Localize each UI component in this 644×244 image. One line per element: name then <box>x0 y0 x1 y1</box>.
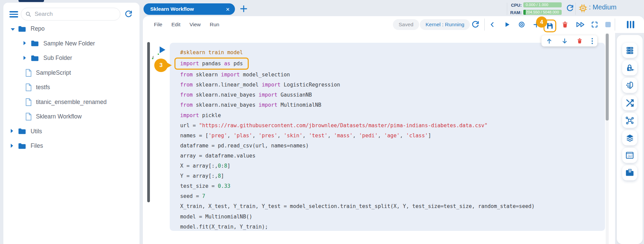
collapse-left-icon[interactable] <box>489 21 496 28</box>
file-icon <box>25 98 32 106</box>
server-button[interactable] <box>622 43 637 58</box>
folder-icon <box>31 55 39 62</box>
tree-item-label: titanic_ensemble_renamed <box>36 99 107 106</box>
tree-item-label: Files <box>31 142 43 149</box>
delete-cell-icon[interactable] <box>561 21 569 28</box>
code-line: array = dataframe.values <box>180 151 535 161</box>
stop-kernel-icon[interactable] <box>605 22 611 27</box>
code-line: names = ['preg', 'plas', 'pres', 'skin',… <box>180 131 535 141</box>
caret-right-icon[interactable] <box>11 128 15 134</box>
tree-item-label: Sub Folder <box>43 55 72 62</box>
folder-icon <box>18 128 27 135</box>
annotation-step-4-badge: 4 <box>536 16 547 28</box>
code-line: from sklearn import model_selection <box>180 70 535 80</box>
run-all-cells-icon[interactable] <box>575 21 587 28</box>
code-line: from sklearn.naive_bayes import Gaussian… <box>180 90 535 100</box>
files-button[interactable] <box>622 165 637 180</box>
save-status-badge: Saved <box>393 19 419 30</box>
menu-file[interactable]: File <box>154 22 162 28</box>
layout-columns-icon[interactable] <box>627 21 634 28</box>
tree-item-files[interactable]: Files <box>3 139 139 153</box>
code-line: from sklearn.naive_bayes import Multinom… <box>180 100 535 110</box>
shuffle-button[interactable] <box>622 95 637 110</box>
cpu-usage-value: 0.000 / 1.000 <box>523 3 548 7</box>
caret-right-icon[interactable] <box>24 55 28 61</box>
refresh-tree-icon[interactable] <box>124 10 132 18</box>
tree-item-titanic-ensemble-renamed[interactable]: titanic_ensemble_renamed <box>3 95 139 110</box>
file-browser-panel: RepoSample New FolderSub FolderSampleScr… <box>3 3 139 244</box>
shuffle-icon <box>626 99 634 107</box>
caret-right-icon[interactable] <box>11 143 15 149</box>
file-icon <box>25 83 32 92</box>
code-line: test_size = 0.33 <box>180 181 535 191</box>
tree-item-label: Repo <box>31 25 45 32</box>
cpu-label: CPU: <box>509 3 522 8</box>
close-tab-icon[interactable]: × <box>226 6 235 12</box>
layers-button[interactable] <box>622 130 637 145</box>
cpu-chip-icon <box>579 4 587 12</box>
tree-item-sklearn-workflow[interactable]: Sklearn Workflow <box>3 109 139 124</box>
refresh-usage-icon[interactable] <box>566 4 574 12</box>
file-icon <box>25 69 32 77</box>
search-icon <box>25 11 31 17</box>
annotation-step-3-badge: 3 <box>154 59 168 72</box>
code-line: url = "https://raw.githubusercontent.com… <box>180 120 535 131</box>
caret-down-icon[interactable] <box>11 26 15 32</box>
tree-item-repo[interactable]: Repo <box>3 22 139 36</box>
notebook-content: ‹ 3 #sklearn train modelimport pandas as… <box>143 33 615 244</box>
code-line: model = MultinomialNB() <box>180 212 535 222</box>
code-line: dataframe = pd.read_csv(url, names=names… <box>180 141 535 151</box>
function-button[interactable]: (x) <box>622 148 637 163</box>
tab-sklearn-workflow[interactable]: Sklearn Workflow × <box>144 3 235 15</box>
save-icon <box>546 22 554 30</box>
hamburger-menu-icon[interactable] <box>9 11 18 19</box>
folder-icon <box>18 26 27 32</box>
decorative-dot <box>152 58 153 59</box>
record-target-icon[interactable] <box>518 21 525 28</box>
notebook-toolbar: FileEditViewRun Saved Kernel : Running 4 <box>143 16 644 33</box>
code-line: #sklearn train model <box>180 47 535 58</box>
tree-item-label: SampleScript <box>36 69 71 76</box>
restart-kernel-icon[interactable] <box>471 21 479 29</box>
tree-item-sub-folder[interactable]: Sub Folder <box>3 51 139 66</box>
tree-item-sample-new-folder[interactable]: Sample New Folder <box>3 36 139 51</box>
code-line: import pickle <box>180 110 535 120</box>
menu-view[interactable]: View <box>190 22 201 28</box>
delete-cell-icon[interactable] <box>576 38 583 44</box>
search-input[interactable] <box>34 10 116 18</box>
menu-edit[interactable]: Edit <box>171 22 180 28</box>
cpu-usage-bar: 0.000 / 1.000 <box>523 2 562 7</box>
move-cell-down-icon[interactable] <box>561 38 568 44</box>
cell-side-scrollbar[interactable] <box>147 42 150 202</box>
divider <box>484 19 485 31</box>
search-box[interactable] <box>21 8 120 21</box>
divider <box>575 3 576 15</box>
network-nodes-icon <box>625 116 634 125</box>
top-accent-bar <box>18 0 44 2</box>
brain-circuit-icon <box>625 81 634 90</box>
move-cell-up-icon[interactable] <box>546 38 553 44</box>
tree-item-testfs[interactable]: testfs <box>3 80 139 95</box>
scrollbar-thumb[interactable] <box>606 34 609 120</box>
folder-icon <box>18 143 27 149</box>
run-cell-play-icon[interactable] <box>160 46 165 53</box>
code-line: seed = 7 <box>180 191 535 201</box>
fullscreen-icon[interactable] <box>591 21 598 28</box>
tree-item-utils[interactable]: Utils <box>3 124 139 139</box>
new-tab-button[interactable] <box>239 4 248 13</box>
caret-right-icon[interactable] <box>24 40 28 46</box>
code-line: model.fit(X_train, Y_train); <box>180 222 535 232</box>
tree-item-samplescript[interactable]: SampleScript <box>3 66 139 80</box>
server-icon <box>626 46 634 55</box>
code-editor[interactable]: #sklearn train modelimport pandas as pds… <box>180 47 535 232</box>
menu-run[interactable]: Run <box>210 22 219 28</box>
security-button[interactable] <box>622 60 637 75</box>
run-cell-icon[interactable] <box>504 21 511 28</box>
network-button[interactable] <box>622 113 637 128</box>
code-line: from sklearn.linear_model import Logisti… <box>180 80 535 90</box>
cell-more-options-icon[interactable] <box>592 38 593 44</box>
divider <box>507 3 507 15</box>
menubar: FileEditViewRun <box>154 16 219 33</box>
kernel-status-badge[interactable]: Kernel : Running <box>420 19 470 30</box>
ml-brain-button[interactable] <box>622 78 637 93</box>
